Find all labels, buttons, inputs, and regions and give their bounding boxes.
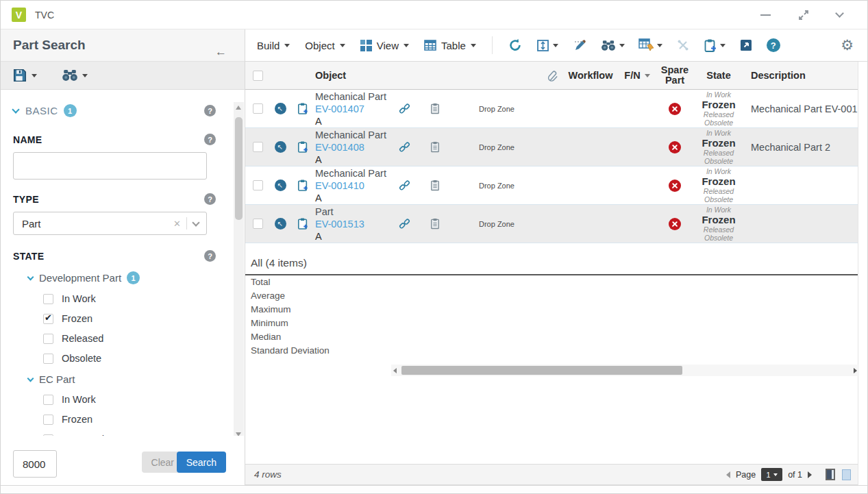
type-combobox[interactable]: Part ✕: [13, 212, 207, 235]
menu-build[interactable]: Build: [254, 40, 293, 51]
link-icon[interactable]: [399, 103, 410, 114]
chevron-down-icon: [12, 106, 19, 113]
help-icon[interactable]: ?: [204, 193, 216, 205]
menu-table[interactable]: Table: [421, 40, 479, 51]
row-checkbox[interactable]: [253, 103, 263, 114]
result-limit-input[interactable]: [13, 450, 57, 478]
navigate-icon[interactable]: ↖: [275, 103, 286, 114]
state-group-ec-part[interactable]: EC Part: [28, 373, 232, 385]
drop-zone[interactable]: Drop Zone: [479, 182, 514, 190]
preview-clipboard-icon[interactable]: [430, 218, 440, 230]
add-to-clipboard-icon[interactable]: [297, 140, 308, 153]
row-checkbox[interactable]: [253, 219, 263, 229]
checkbox-ec-frozen[interactable]: [43, 415, 53, 425]
row-checkbox[interactable]: [253, 180, 263, 190]
menu-object[interactable]: Object: [302, 40, 347, 51]
basic-section-header[interactable]: BASIC 1 ?: [13, 104, 232, 117]
column-header-description[interactable]: Description: [744, 70, 858, 81]
add-to-clipboard-icon[interactable]: [297, 179, 308, 192]
drop-zone[interactable]: Drop Zone: [479, 143, 514, 151]
summary-row: Standard Deviation: [245, 344, 858, 358]
navigate-icon[interactable]: ↖: [275, 218, 286, 230]
scroll-left-icon[interactable]: [393, 368, 397, 373]
checkbox-obsolete[interactable]: [43, 354, 53, 364]
state-option: In Work: [43, 394, 232, 405]
help-button[interactable]: ?: [765, 38, 782, 52]
add-to-clipboard-icon[interactable]: [297, 217, 308, 230]
checkbox-frozen[interactable]: [43, 314, 53, 324]
object-id-link[interactable]: EV-001410: [315, 180, 390, 192]
previous-page-icon[interactable]: [726, 471, 730, 478]
option-label: Obsolete: [62, 353, 101, 364]
saved-searches-button[interactable]: [62, 69, 88, 82]
navigate-icon[interactable]: ↖: [275, 180, 286, 191]
next-page-icon[interactable]: [808, 471, 812, 478]
object-type: Mechanical Part: [315, 129, 390, 141]
menu-label: Table: [441, 40, 466, 51]
checkbox-released[interactable]: [43, 334, 53, 344]
preview-clipboard-icon[interactable]: [430, 141, 440, 153]
drop-zone[interactable]: Drop Zone: [479, 220, 514, 228]
column-header-spare-part[interactable]: Spare Part: [661, 65, 689, 86]
object-id-link[interactable]: EV-001513: [315, 218, 390, 230]
disconnect-button[interactable]: [674, 38, 692, 52]
state-cell: In Work Frozen Released Obsolete: [702, 90, 735, 127]
menu-view[interactable]: View: [358, 40, 412, 51]
search-form: BASIC 1 ? NAME ? TYPE ? Part ✕ STATE: [1, 90, 245, 484]
clear-type-icon[interactable]: ✕: [168, 219, 186, 229]
window-bottom-strip: [1, 485, 867, 493]
attachment-column-icon[interactable]: [547, 70, 558, 82]
link-icon[interactable]: [399, 180, 410, 191]
horizontal-scrollbar[interactable]: [391, 365, 859, 376]
collapse-sidebar-icon[interactable]: ←: [215, 46, 227, 58]
select-all-checkbox[interactable]: [253, 71, 263, 81]
column-header-workflow[interactable]: Workflow: [569, 70, 613, 81]
column-header-state[interactable]: State: [706, 70, 730, 81]
link-icon[interactable]: [399, 218, 410, 230]
page-select[interactable]: 1: [761, 468, 782, 481]
find-in-table-button[interactable]: [599, 40, 627, 51]
preview-clipboard-icon[interactable]: [430, 103, 440, 114]
scroll-right-icon[interactable]: [854, 368, 857, 373]
scrollbar-thumb[interactable]: [401, 366, 682, 375]
divider: [186, 217, 187, 230]
checkbox-ec-in-work[interactable]: [43, 395, 53, 405]
scroll-up-icon[interactable]: [236, 106, 241, 110]
add-to-clipboard-icon[interactable]: [297, 102, 308, 115]
paged-view-icon[interactable]: [826, 469, 835, 480]
column-header-object[interactable]: Object: [315, 70, 390, 81]
help-icon[interactable]: ?: [204, 134, 216, 145]
chevron-down-icon[interactable]: [192, 219, 199, 226]
row-checkbox[interactable]: [253, 142, 263, 152]
name-input[interactable]: [13, 152, 207, 180]
help-icon[interactable]: ?: [204, 250, 216, 262]
navigate-icon[interactable]: ↖: [275, 141, 286, 153]
refresh-button[interactable]: [506, 38, 525, 53]
object-id-link[interactable]: EV-001407: [315, 103, 390, 115]
chevron-down-icon: [553, 44, 558, 47]
row-height-button[interactable]: [534, 39, 560, 52]
drop-zone[interactable]: Drop Zone: [479, 105, 514, 113]
select-columns-button[interactable]: [636, 38, 665, 52]
search-button[interactable]: Search: [177, 452, 226, 473]
add-to-clipboard-button[interactable]: [702, 38, 728, 53]
column-header-fn[interactable]: F/N: [624, 70, 649, 81]
option-label: Frozen: [62, 313, 92, 324]
edit-button[interactable]: [570, 38, 589, 53]
full-view-icon[interactable]: [842, 469, 851, 480]
expand-icon[interactable]: [798, 10, 809, 21]
preview-clipboard-icon[interactable]: [430, 180, 440, 191]
checkbox-in-work[interactable]: [43, 294, 53, 304]
settings-gear-icon[interactable]: ⚙: [841, 38, 854, 53]
link-icon[interactable]: [399, 141, 410, 153]
minimize-icon[interactable]: [760, 14, 771, 16]
collapse-panel-icon[interactable]: [836, 13, 843, 16]
scrollbar-thumb[interactable]: [235, 117, 243, 220]
save-search-button[interactable]: [12, 68, 37, 83]
object-revision: A: [315, 153, 390, 166]
sidebar-scrollbar[interactable]: [234, 102, 244, 440]
state-group-development-part[interactable]: Development Part 1: [28, 271, 232, 284]
export-button[interactable]: [737, 38, 755, 52]
object-id-link[interactable]: EV-001408: [315, 141, 390, 153]
help-icon[interactable]: ?: [204, 105, 216, 116]
